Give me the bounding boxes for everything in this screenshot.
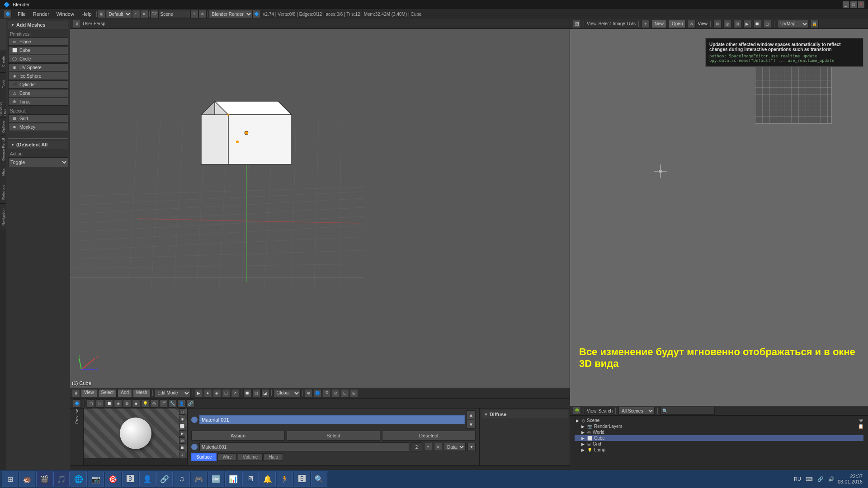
prev-icon5[interactable]: ⊙ [179, 437, 185, 444]
menu-help[interactable]: Help [78, 10, 95, 18]
view-btn[interactable]: View [81, 389, 97, 397]
action-select[interactable]: Toggle [8, 157, 68, 167]
mat-name-input[interactable]: Material.001 [199, 415, 465, 424]
outliner-icon[interactable]: 🌳 [573, 407, 581, 415]
prev-icon3[interactable]: ⬜ [179, 423, 185, 429]
scene-remove[interactable]: ✕ [198, 10, 207, 18]
camera-btn[interactable]: 📷 [88, 471, 104, 487]
mesh-torus[interactable]: ⊕ Torus [8, 98, 68, 106]
mat-slot-input[interactable]: Material.001 [199, 442, 409, 451]
uv-extra6[interactable]: ◻ [763, 20, 771, 28]
menu-window[interactable]: Window [53, 10, 78, 18]
browser-btn[interactable]: 🌐 [71, 471, 87, 487]
blender-btn[interactable]: 🦔 [19, 471, 35, 487]
select-btn[interactable]: Select [98, 389, 117, 397]
mesh-grid[interactable]: ⊞ Grid [8, 114, 68, 122]
menu-render[interactable]: Render [29, 10, 53, 18]
tab-halo[interactable]: Halo [264, 453, 283, 461]
vp-snap1[interactable]: ⊕ [305, 389, 313, 397]
mesh-cylinder[interactable]: ⬛ Cylinder [8, 80, 68, 89]
contact-btn[interactable]: 👤 [139, 471, 156, 487]
mat-tb6[interactable]: ☻ [132, 399, 140, 408]
vert-tab-relations[interactable]: Relations [0, 181, 6, 203]
vert-tab-tools[interactable]: Tools [0, 72, 6, 95]
maximize-btn[interactable]: □ [850, 1, 857, 8]
link-btn[interactable]: 🔗 [156, 471, 173, 487]
uvmap-select[interactable]: UVMap [777, 20, 809, 28]
chart-btn[interactable]: 📊 [225, 471, 241, 487]
notify-btn[interactable]: 🔔 [259, 471, 276, 487]
mesh-circle[interactable]: ◯ Circle [8, 55, 68, 63]
mat-slot-num[interactable]: 2 [411, 442, 422, 451]
renderer-select[interactable]: Blender Render [209, 10, 253, 18]
deselect-all-header[interactable]: (De)select All [8, 141, 68, 149]
screen-btn[interactable]: 🖥 [242, 471, 259, 487]
vp-btn5[interactable]: ↗ [231, 389, 239, 397]
run-btn[interactable]: 🏃 [277, 471, 293, 487]
vp-btn3[interactable]: ◈ [213, 389, 221, 397]
mat-tb10[interactable]: 🔧 [168, 399, 176, 408]
mesh-uvsphere[interactable]: ◉ UV Sphere [8, 63, 68, 71]
mat-tb4[interactable]: ◈ [114, 399, 122, 408]
scene-icon[interactable]: 🎬 [151, 10, 159, 18]
vert-tab-navigation[interactable]: Navigation [0, 203, 6, 230]
uv-rm-icon[interactable]: ✕ [688, 20, 696, 28]
vert-tab-shading[interactable]: Shading UVs [0, 95, 6, 117]
uv-type-icon[interactable]: 🖼 [573, 20, 581, 28]
mat-tb11[interactable]: 👤 [177, 399, 185, 408]
prev-icon6[interactable]: 🔲 [179, 445, 185, 451]
vp-snap2[interactable]: 🔵 [314, 389, 322, 397]
tab-surface[interactable]: Surface [191, 453, 217, 461]
type-btn[interactable]: 🔤 [208, 471, 224, 487]
add-layout-icon[interactable]: + [132, 10, 140, 18]
uv-extra2[interactable]: ◎ [723, 20, 731, 28]
tree-renderlayers[interactable]: ▶ 📷 RenderLayers 📋 [575, 423, 863, 429]
engine-icon[interactable]: 🔷 [4, 10, 12, 18]
diffuse-header[interactable]: Diffuse [481, 410, 568, 418]
prev-icon7[interactable]: + [179, 452, 185, 458]
viewport-type-icon[interactable]: 🖥 [73, 20, 81, 28]
mat-minus[interactable]: ✕ [434, 443, 442, 451]
uv-header-image[interactable]: Image [613, 21, 625, 26]
layout-select[interactable]: Default [106, 10, 132, 18]
mat-plus[interactable]: + [424, 443, 432, 451]
outliner-search-input[interactable] [660, 407, 715, 415]
layout-icon[interactable]: ⊞ [98, 10, 106, 18]
mesh-icosphere[interactable]: ◈ Ico Sphere [8, 72, 68, 80]
uv-extra1[interactable]: ⊕ [713, 20, 722, 28]
prev-icon4[interactable]: ▶ [179, 430, 185, 436]
scene-add[interactable]: + [190, 10, 198, 18]
game2-btn[interactable]: 🎮 [191, 471, 207, 487]
mesh-cone[interactable]: △ Cone [8, 89, 68, 97]
minimize-btn[interactable]: _ [843, 1, 849, 8]
outliner-view[interactable]: View [587, 408, 597, 413]
vert-tab-options[interactable]: Options [0, 117, 6, 136]
uv-viewport[interactable]: Все изменение будут мгновенно отображать… [570, 29, 868, 406]
uvmap-lock[interactable]: 🔒 [811, 20, 819, 28]
assign-btn[interactable]: Assign [191, 431, 285, 441]
deselect-btn[interactable]: Deselect [382, 431, 476, 441]
vp-onion[interactable]: ⧖ [323, 389, 331, 397]
tree-lamp[interactable]: ▶ 💡 Lamp [575, 447, 863, 453]
uv-extra5[interactable]: 🔲 [753, 20, 761, 28]
vert-tab-grease[interactable]: Grease Pencil [0, 136, 6, 163]
mat-tb3[interactable]: 🔲 [105, 399, 113, 408]
mesh-btn-bar[interactable]: Mesh [133, 389, 150, 397]
mesh-plane[interactable]: ▭ Plane [8, 38, 68, 46]
vp-extra[interactable]: ⊞ [350, 389, 358, 397]
tree-scene[interactable]: ▶ ◇ Scene 👁 [575, 418, 863, 423]
volume-icon[interactable]: 🔊 [827, 476, 836, 482]
add-meshes-header[interactable]: Add Meshes [8, 21, 68, 29]
network-icon[interactable]: 🔗 [816, 476, 825, 482]
uv-view-label[interactable]: View [698, 21, 708, 26]
outliner-search[interactable]: Search [599, 408, 613, 413]
tree-world[interactable]: ▶ ◎ World [575, 429, 863, 435]
vp-btn4[interactable]: ⊡ [222, 389, 230, 397]
h-scrollbar[interactable] [70, 465, 570, 470]
close-btn[interactable]: ✕ [858, 1, 864, 8]
3d-viewport[interactable]: X Y Z (1) Cube [70, 29, 570, 388]
prev-icon1[interactable]: ◻ [179, 408, 185, 415]
tab-wire[interactable]: Wire [217, 453, 237, 461]
uv-extra4[interactable]: ▶ [743, 20, 751, 28]
scene-eye[interactable]: 👁 [859, 418, 863, 423]
